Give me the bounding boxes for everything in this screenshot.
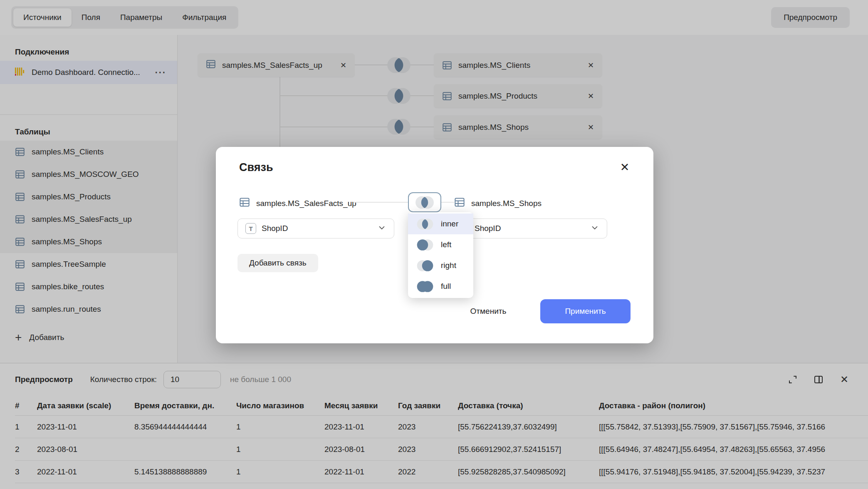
join-option-inner[interactable]: inner	[408, 213, 473, 234]
join-option-left[interactable]: left	[408, 234, 473, 255]
join-type-button[interactable]	[408, 192, 441, 212]
add-link-button[interactable]: Добавить связь	[237, 254, 318, 272]
join-option-full[interactable]: full	[408, 276, 473, 297]
link-dialog: Связь ✕ samples.MS_SalesFacts_up samples…	[216, 147, 653, 343]
join-option-label: right	[441, 261, 456, 270]
table-grid-icon	[454, 197, 465, 210]
left-table-name: samples.MS_SalesFacts_up	[256, 199, 356, 208]
join-option-label: inner	[441, 219, 458, 228]
join-option-label: full	[441, 282, 451, 291]
join-inner-icon	[415, 218, 435, 230]
connector-line	[441, 202, 454, 203]
join-inner-icon	[414, 196, 435, 209]
join-right-icon	[415, 260, 435, 272]
table-grid-icon	[454, 197, 465, 208]
cancel-button[interactable]: Отменить	[465, 299, 511, 323]
field-select-right[interactable]: ShopID	[465, 218, 607, 238]
dialog-title: Связь	[239, 161, 273, 174]
chevron-down-icon	[377, 223, 386, 234]
join-left-icon	[415, 239, 435, 251]
dialog-left-table: samples.MS_SalesFacts_up	[239, 197, 356, 210]
dialog-right-table: samples.MS_Shops	[454, 197, 542, 210]
table-grid-icon	[239, 197, 250, 208]
join-type-menu: innerleftrightfull	[408, 212, 473, 298]
left-field-value: ShopID	[262, 224, 288, 233]
right-table-name: samples.MS_Shops	[471, 199, 542, 208]
join-full-icon	[415, 280, 435, 293]
connector-line	[353, 202, 408, 203]
chevron-down-icon	[590, 223, 599, 234]
dialog-close-button[interactable]: ✕	[618, 160, 632, 174]
table-grid-icon	[239, 197, 250, 210]
join-option-label: left	[441, 240, 451, 249]
join-option-right[interactable]: right	[408, 255, 473, 276]
right-field-value: ShopID	[475, 224, 501, 233]
field-type-icon: T	[245, 223, 256, 234]
field-select-left[interactable]: T ShopID	[237, 218, 394, 238]
apply-button[interactable]: Применить	[540, 299, 631, 323]
